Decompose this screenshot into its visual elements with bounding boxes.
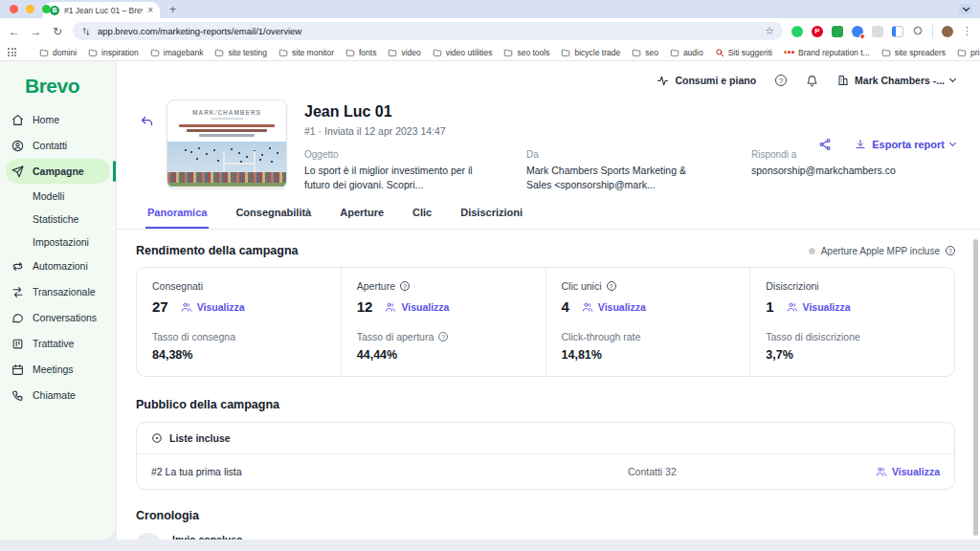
bookmark-label: seo [645,48,658,57]
rate-label: Tasso di apertura [357,331,434,342]
sidebar-item-impostazioni[interactable]: Impostazioni [6,231,110,253]
bookmark-star-icon[interactable]: ☆ [765,25,774,37]
stat-value: 1 [766,298,773,315]
active-indicator [113,161,116,182]
bookmark-item[interactable]: domini [35,48,80,57]
bookmark-item[interactable]: seo [628,48,662,57]
bookmark-item[interactable]: fonts [342,48,380,57]
tab-disiscrizioni[interactable]: Disiscrizioni [458,203,524,229]
back-to-campaigns-button[interactable] [126,99,167,191]
visualizza-clic-link[interactable]: Visualizza [582,301,646,313]
folder-icon [670,48,679,57]
folder-icon [214,48,224,57]
browser-tab[interactable]: B #1 Jean Luc 01 – Brevo × [43,2,160,18]
folder-icon [881,48,891,57]
back-icon[interactable]: ← [8,25,21,38]
whatsapp-extension-icon[interactable] [791,26,803,37]
thumbnail-text-line [179,124,275,127]
site-info-icon[interactable] [81,27,91,36]
sidebar-item-home[interactable]: Home [6,107,110,132]
bookmark-item[interactable]: audio [666,48,707,57]
close-window-button[interactable] [10,5,18,13]
bookmark-item[interactable]: site testing [211,48,271,57]
reload-icon[interactable]: ↻ [51,25,64,38]
notifications-bell-icon[interactable] [806,75,818,87]
thumbnail-photo [167,142,286,187]
address-bar[interactable]: app.brevo.com/marketing-reports/email/1/… [73,22,783,40]
activity-icon [657,75,669,87]
main-content: Consumi e piano ? Mark Chambers -... MAR… [117,61,980,540]
bookmark-item[interactable]: Siti suggeriti [711,48,776,57]
scrollbar-thumb[interactable] [973,239,978,536]
gray-extension-icon[interactable] [872,26,883,37]
browser-menu-icon[interactable]: ⋮ [962,25,972,37]
target-icon [151,432,163,444]
visualizza-aperture-link[interactable]: Visualizza [385,301,449,313]
sidebar-item-label: Impostazioni [33,236,89,248]
event-title: Invio concluso [172,534,372,540]
window-controls[interactable] [10,5,51,13]
sidebar-item-campagne[interactable]: Campagne [6,159,110,184]
email-thumbnail[interactable]: MARK/CHAMBERS [167,99,287,188]
sidebar-item-modelli[interactable]: Modelli [6,185,110,207]
bookmark-item[interactable]: inspiration [84,48,143,57]
document-extension-icon[interactable] [892,26,903,37]
sidebar-item-meetings[interactable]: Meetings [6,357,110,382]
profile-avatar[interactable] [942,26,953,37]
notification-extension-icon[interactable] [852,26,863,37]
bookmark-item[interactable]: site monitor [275,48,338,57]
bookmark-item[interactable]: seo tools [500,48,553,57]
sidebar-item-conversations[interactable]: Conversations [6,305,110,330]
visualizza-consegnati-link[interactable]: Visualizza [181,301,245,313]
bookmark-item[interactable]: bicycle trade [557,48,624,57]
stat-consegnati: Consegnati 27 Visualizza Tasso di conseg… [137,268,341,376]
tab-clic[interactable]: Clic [411,203,434,229]
tab-panoramica[interactable]: Panoramica [145,203,209,229]
forward-icon[interactable]: → [30,25,43,38]
audience-card: Liste incluse #2 La tua prima lista Cont… [136,422,955,490]
minimize-window-button[interactable] [26,5,34,13]
export-report-button[interactable]: Esporta report [855,139,955,150]
account-menu[interactable]: Mark Chambers -... [837,75,955,86]
tab-aperture[interactable]: Aperture [338,203,386,229]
sidebar-item-contatti[interactable]: Contatti [6,133,110,158]
sidebar-item-trattative[interactable]: Trattative [6,331,110,356]
bookmark-item[interactable]: Brand reputation t... [780,48,874,57]
send-icon [11,165,24,178]
bookmark-item[interactable]: imagebank [146,48,208,57]
sidebar: Brevo Home Contatti Campagne Modelli Sta… [0,61,116,540]
share-icon[interactable] [818,138,832,151]
sidebar-item-label: Home [33,114,59,125]
pinterest-extension-icon[interactable]: P [812,26,823,37]
sidebar-item-chiamate[interactable]: Chiamate [6,383,110,408]
new-tab-button[interactable]: + [169,3,176,16]
bookmark-item[interactable]: site spreaders [878,48,949,57]
green-extension-icon[interactable] [832,26,843,37]
visualizza-list-link[interactable]: Visualizza [876,466,940,477]
undo-arrow-icon [140,115,154,129]
bookmark-item[interactable]: video utilities [429,48,497,57]
apple-mpp-toggle[interactable]: Aperture Apple MPP incluse ? [809,246,955,256]
bookmark-item[interactable]: video [384,48,424,57]
tab-consegnabilita[interactable]: Consegnabilità [234,203,313,229]
folder-icon [388,48,397,57]
sidebar-item-transazionale[interactable]: Transazionale [6,279,110,304]
chevron-down-icon [962,4,969,11]
bookmark-item[interactable]: print [953,48,980,57]
visualizza-disiscrizioni-link[interactable]: Visualizza [787,301,851,313]
apps-grid-icon[interactable] [8,48,16,56]
sidebar-item-statistiche[interactable]: Statistiche [6,208,110,230]
rate-value: 84,38% [152,348,325,362]
tab-search-button[interactable] [959,4,972,14]
sidebar-item-automazioni[interactable]: Automazioni [6,253,110,278]
plan-usage-button[interactable]: Consumi e piano [657,75,756,87]
birds [185,149,187,151]
maximize-window-button[interactable] [42,5,51,13]
info-icon: ? [946,246,955,255]
report-tabs: Panoramica Consegnabilità Aperture Clic … [117,203,980,230]
close-tab-icon[interactable]: × [147,6,153,15]
stat-value: 12 [357,298,373,315]
subject-value: Lo sport è il miglior investimento per i… [304,164,475,191]
help-icon[interactable]: ? [775,75,787,86]
extensions-puzzle-icon[interactable] [912,26,924,37]
